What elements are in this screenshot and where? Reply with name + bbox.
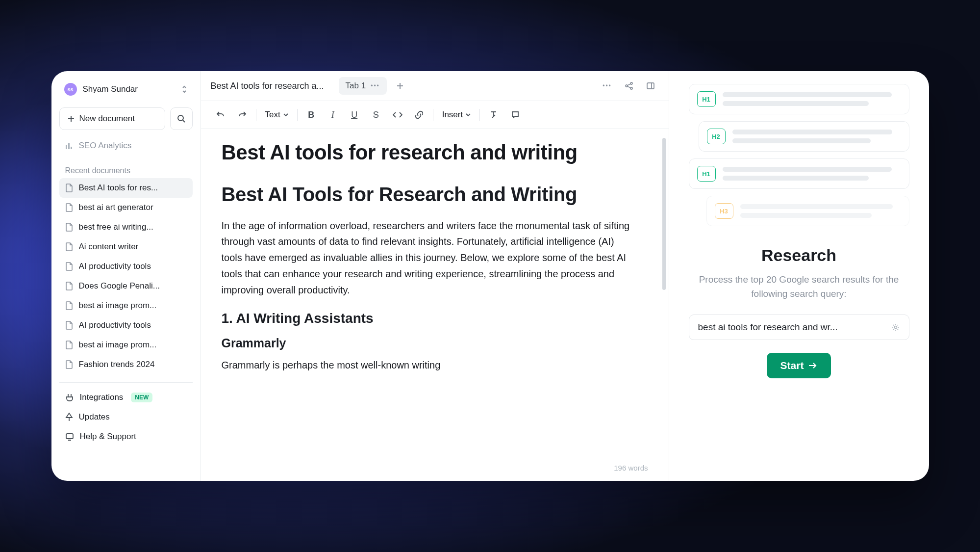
redo-button[interactable] xyxy=(232,105,252,125)
doc-h2[interactable]: Best AI Tools for Research and Writing xyxy=(222,182,632,207)
link-button[interactable] xyxy=(409,105,429,125)
footer-label: Updates xyxy=(79,412,110,422)
clipped-label: SEO Analytics xyxy=(79,141,132,151)
recent-doc-item[interactable]: best ai image prom... xyxy=(59,335,193,355)
skeleton xyxy=(723,166,901,182)
comment-button[interactable] xyxy=(505,105,525,125)
research-query-input[interactable]: best ai tools for research and wr... xyxy=(689,315,909,340)
new-document-button[interactable]: New document xyxy=(59,107,165,130)
doc-label: best ai image prom... xyxy=(79,340,157,350)
chevron-down-icon xyxy=(466,113,471,116)
doc-paragraph-cut[interactable]: Grammarly is perhaps the most well-known… xyxy=(222,357,632,373)
more-icon: ••• xyxy=(603,82,612,89)
undo-icon xyxy=(216,110,225,119)
share-button[interactable] xyxy=(621,78,637,94)
underline-button[interactable]: U xyxy=(345,105,364,125)
new-badge: NEW xyxy=(131,393,152,402)
doc-label: best ai image prom... xyxy=(79,301,157,311)
code-icon xyxy=(393,111,402,118)
start-button[interactable]: Start xyxy=(767,353,831,378)
panel-icon xyxy=(646,81,655,90)
doc-h4[interactable]: Grammarly xyxy=(222,336,632,350)
svg-point-6 xyxy=(630,82,632,84)
strikethrough-button[interactable]: S xyxy=(366,105,386,125)
bold-button[interactable]: B xyxy=(302,105,321,125)
tab-label: Tab 1 xyxy=(346,81,366,91)
search-button[interactable] xyxy=(170,107,193,130)
outline-item[interactable]: H1 xyxy=(689,158,909,189)
footer-item-integrations[interactable]: IntegrationsNEW xyxy=(59,388,193,407)
undo-button[interactable] xyxy=(211,105,230,125)
start-label: Start xyxy=(780,360,804,371)
updates-icon xyxy=(65,413,73,421)
gear-icon[interactable] xyxy=(891,323,900,332)
chevron-updown-icon xyxy=(181,85,188,94)
recent-doc-item[interactable]: AI productivity tools xyxy=(59,315,193,335)
footer-item-updates[interactable]: Updates xyxy=(59,407,193,427)
recent-doc-item[interactable]: Ai content writer xyxy=(59,237,193,257)
doc-label: Does Google Penali... xyxy=(79,281,160,291)
code-button[interactable] xyxy=(388,105,407,125)
tab-menu-icon[interactable]: ••• xyxy=(371,82,380,89)
new-doc-label: New document xyxy=(79,114,135,124)
recent-doc-item[interactable]: best ai art generator xyxy=(59,198,193,217)
italic-button[interactable]: I xyxy=(323,105,343,125)
recent-doc-item[interactable]: Fashion trends 2024 xyxy=(59,355,193,374)
doc-paragraph[interactable]: In the age of information overload, rese… xyxy=(222,218,632,298)
outline-item[interactable]: H2 xyxy=(699,121,909,152)
document-icon xyxy=(65,223,73,232)
document-icon xyxy=(65,341,73,349)
comment-icon xyxy=(511,110,520,119)
toolbar: Text B I U S Insert xyxy=(201,101,669,129)
outline-item[interactable]: H3 xyxy=(706,196,909,226)
doc-h3[interactable]: 1. AI Writing Assistants xyxy=(222,311,632,326)
document-icon xyxy=(65,184,73,192)
recent-doc-item[interactable]: AI productivity tools xyxy=(59,257,193,276)
doc-h1[interactable]: Best AI tools for research and writing xyxy=(222,140,632,166)
sidebar-clipped-item[interactable]: SEO Analytics xyxy=(59,136,193,156)
doc-label: AI productivity tools xyxy=(79,320,151,330)
plus-icon xyxy=(68,115,75,122)
add-tab-button[interactable] xyxy=(392,78,408,94)
outline-item[interactable]: H1 xyxy=(689,84,909,114)
scrollbar[interactable] xyxy=(662,138,666,290)
help-icon xyxy=(65,432,74,441)
insert-dropdown[interactable]: Insert xyxy=(437,106,476,124)
more-options-button[interactable]: ••• xyxy=(599,78,616,94)
clear-format-icon xyxy=(489,110,498,119)
document-title[interactable]: Best AI tools for research a... xyxy=(211,81,324,91)
tab-1[interactable]: Tab 1 ••• xyxy=(339,77,387,95)
heading-badge: H1 xyxy=(697,166,716,182)
link-icon xyxy=(415,110,424,119)
clear-format-button[interactable] xyxy=(484,105,503,125)
doc-label: AI productivity tools xyxy=(79,262,151,271)
footer-item-help-support[interactable]: Help & Support xyxy=(59,427,193,447)
share-icon xyxy=(625,81,633,90)
text-style-label: Text xyxy=(265,110,280,120)
heading-badge: H2 xyxy=(707,129,726,144)
app-window: ss Shyam Sundar New document SEO Analyti… xyxy=(51,71,929,481)
editor[interactable]: Best AI tools for research and writing B… xyxy=(201,129,669,481)
recent-doc-item[interactable]: best free ai writing... xyxy=(59,217,193,237)
arrow-right-icon xyxy=(808,362,817,369)
heading-badge: H1 xyxy=(697,91,716,107)
recent-doc-item[interactable]: best ai image prom... xyxy=(59,296,193,315)
user-menu[interactable]: ss Shyam Sundar xyxy=(59,80,193,99)
recent-doc-item[interactable]: Best AI tools for res... xyxy=(59,178,193,198)
sidebar-footer: IntegrationsNEWUpdatesHelp & Support xyxy=(59,382,193,447)
skeleton xyxy=(740,203,901,219)
research-description: Process the top 20 Google search results… xyxy=(696,273,902,301)
bars-icon xyxy=(65,142,73,150)
outline-preview: H1H2H1H3 xyxy=(689,84,909,226)
research-title: Research xyxy=(761,246,836,265)
integration-icon xyxy=(65,393,74,402)
recent-doc-item[interactable]: Does Google Penali... xyxy=(59,276,193,296)
svg-point-7 xyxy=(630,87,632,89)
main-area: Best AI tools for research a... Tab 1 ••… xyxy=(201,71,669,481)
tab-bar: Best AI tools for research a... Tab 1 ••… xyxy=(201,71,669,101)
panel-toggle-button[interactable] xyxy=(642,78,659,94)
sidebar: ss Shyam Sundar New document SEO Analyti… xyxy=(51,71,201,481)
svg-rect-2 xyxy=(68,143,70,149)
text-style-dropdown[interactable]: Text xyxy=(260,106,293,124)
footer-label: Help & Support xyxy=(80,432,136,442)
